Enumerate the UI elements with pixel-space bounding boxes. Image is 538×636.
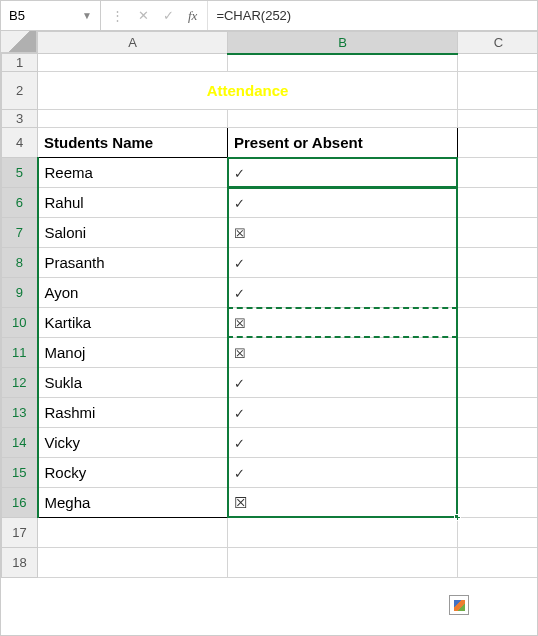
check-mark-icon: ☒ (234, 316, 246, 331)
student-name-cell[interactable]: Kartika (38, 308, 228, 338)
title-cell[interactable]: Attendance (38, 72, 458, 110)
row-header[interactable]: 15 (2, 458, 38, 488)
formula-bar-buttons: ⋮ ✕ ✓ fx (101, 8, 207, 24)
cell[interactable] (458, 458, 539, 488)
attendance-cell[interactable]: ✓ (228, 458, 458, 488)
cell[interactable] (458, 518, 539, 548)
check-mark-icon: ☒ (234, 494, 247, 511)
row-header[interactable]: 4 (2, 128, 38, 158)
quick-analysis-icon (454, 600, 465, 611)
check-mark-icon: ✓ (234, 436, 245, 451)
dots-icon: ⋮ (111, 8, 124, 23)
student-name-cell[interactable]: Saloni (38, 218, 228, 248)
cell[interactable] (458, 428, 539, 458)
attendance-cell[interactable]: ☒ (228, 218, 458, 248)
fx-icon[interactable]: fx (188, 8, 197, 24)
formula-bar: B5 ▼ ⋮ ✕ ✓ fx =CHAR(252) (1, 1, 537, 31)
row-header[interactable]: 11 (2, 338, 38, 368)
cell[interactable] (458, 54, 539, 72)
spreadsheet-grid[interactable]: A B C 1 2Attendance 3 4 Students Name Pr… (1, 31, 537, 578)
student-name-cell[interactable]: Vicky (38, 428, 228, 458)
check-mark-icon: ☒ (234, 226, 246, 241)
attendance-cell[interactable]: ☒ (228, 488, 458, 518)
cell[interactable] (458, 128, 539, 158)
cell[interactable] (228, 518, 458, 548)
row-header[interactable]: 8 (2, 248, 38, 278)
cell[interactable] (458, 368, 539, 398)
student-name-cell[interactable]: Ayon (38, 278, 228, 308)
attendance-cell[interactable]: ✓ (228, 398, 458, 428)
name-box-dropdown-icon[interactable]: ▼ (82, 10, 92, 21)
row-header[interactable]: 18 (2, 548, 38, 578)
cell[interactable] (458, 218, 539, 248)
cell[interactable] (38, 518, 228, 548)
cell[interactable] (458, 158, 539, 188)
confirm-icon[interactable]: ✓ (163, 8, 174, 23)
formula-input[interactable]: =CHAR(252) (207, 1, 537, 30)
cell[interactable] (458, 548, 539, 578)
student-name-cell[interactable]: Rashmi (38, 398, 228, 428)
student-name-cell[interactable]: Sukla (38, 368, 228, 398)
attendance-cell[interactable]: ✓ (228, 188, 458, 218)
cell[interactable] (458, 488, 539, 518)
row-header[interactable]: 10 (2, 308, 38, 338)
row-header[interactable]: 5 (2, 158, 38, 188)
student-name-cell[interactable]: Rocky (38, 458, 228, 488)
row-header[interactable]: 6 (2, 188, 38, 218)
attendance-cell[interactable]: ✓ (228, 248, 458, 278)
check-mark-icon: ✓ (234, 286, 245, 301)
attendance-cell[interactable]: ✓ (228, 158, 458, 188)
cell[interactable] (458, 72, 539, 110)
student-name-cell[interactable]: Megha (38, 488, 228, 518)
cell[interactable] (228, 54, 458, 72)
row-header[interactable]: 12 (2, 368, 38, 398)
formula-text: =CHAR(252) (216, 8, 291, 23)
attendance-cell[interactable]: ✓ (228, 368, 458, 398)
row-header[interactable]: 2 (2, 72, 38, 110)
student-name-cell[interactable]: Prasanth (38, 248, 228, 278)
student-name-cell[interactable]: Manoj (38, 338, 228, 368)
select-all-triangle[interactable] (1, 31, 37, 53)
header-students[interactable]: Students Name (38, 128, 228, 158)
col-header-A[interactable]: A (38, 32, 228, 54)
student-name-cell[interactable]: Rahul (38, 188, 228, 218)
col-header-B[interactable]: B (228, 32, 458, 54)
check-mark-icon: ✓ (234, 196, 245, 211)
cell[interactable] (228, 110, 458, 128)
row-header[interactable]: 7 (2, 218, 38, 248)
attendance-cell[interactable]: ✓ (228, 278, 458, 308)
cell[interactable] (458, 248, 539, 278)
cell[interactable] (458, 110, 539, 128)
cell[interactable] (38, 54, 228, 72)
row-header[interactable]: 3 (2, 110, 38, 128)
cell[interactable] (458, 338, 539, 368)
student-name-cell[interactable]: Reema (38, 158, 228, 188)
cell[interactable] (458, 398, 539, 428)
row-header[interactable]: 13 (2, 398, 38, 428)
name-box-value: B5 (9, 8, 25, 23)
name-box[interactable]: B5 ▼ (1, 1, 101, 30)
check-mark-icon: ✓ (234, 466, 245, 481)
cell[interactable] (38, 548, 228, 578)
cell[interactable] (458, 188, 539, 218)
check-mark-icon: ✓ (234, 376, 245, 391)
row-header[interactable]: 9 (2, 278, 38, 308)
row-header[interactable]: 16 (2, 488, 38, 518)
attendance-cell[interactable]: ☒ (228, 338, 458, 368)
check-mark-icon: ☒ (234, 346, 246, 361)
header-present[interactable]: Present or Absent (228, 128, 458, 158)
cancel-icon[interactable]: ✕ (138, 8, 149, 23)
cell[interactable] (458, 278, 539, 308)
attendance-cell[interactable]: ☒ (228, 308, 458, 338)
row-header[interactable]: 14 (2, 428, 38, 458)
cell[interactable] (38, 110, 228, 128)
check-mark-icon: ✓ (234, 256, 245, 271)
attendance-cell[interactable]: ✓ (228, 428, 458, 458)
grid-body: 1 2Attendance 3 4 Students Name Present … (2, 54, 539, 578)
cell[interactable] (458, 308, 539, 338)
cell[interactable] (228, 548, 458, 578)
quick-analysis-button[interactable] (449, 595, 469, 615)
row-header[interactable]: 1 (2, 54, 38, 72)
row-header[interactable]: 17 (2, 518, 38, 548)
col-header-C[interactable]: C (458, 32, 539, 54)
